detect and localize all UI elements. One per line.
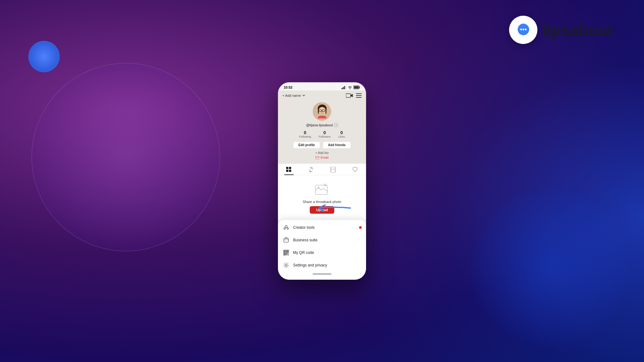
svg-rect-13: [356, 93, 362, 94]
tipsabout-label: tipsabout: [542, 20, 613, 39]
profile-header: + Add name: [282, 93, 362, 98]
signal-icon: [341, 85, 347, 89]
svg-rect-12: [346, 94, 351, 97]
svg-point-46: [285, 264, 287, 266]
bg-right-wave: [361, 0, 644, 362]
stat-likes[interactable]: 0 Likes: [338, 130, 345, 138]
avatar-illustration: [314, 103, 331, 120]
creator-tools-icon: [283, 224, 289, 231]
stat-following[interactable]: 0 Following: [299, 130, 311, 138]
tipsabout-icon: [509, 16, 537, 44]
business-suite-label: Business suite: [293, 238, 317, 242]
chevron-down-icon: [302, 94, 305, 97]
svg-rect-10: [359, 87, 360, 88]
username-text: @tijana.tipsabout: [306, 123, 333, 127]
settings-icon: [283, 262, 289, 268]
username-row: @tijana.tipsabout: [282, 123, 362, 127]
live-icon: [346, 93, 353, 98]
svg-rect-19: [319, 110, 321, 112]
status-icons: [341, 85, 360, 89]
action-buttons: Edit profile Add friends: [282, 141, 362, 149]
svg-point-3: [522, 28, 524, 30]
svg-point-31: [318, 187, 319, 189]
svg-point-34: [287, 228, 289, 229]
tab-repost[interactable]: [300, 164, 322, 175]
svg-rect-42: [286, 253, 287, 254]
qr-code-label: My QR code: [293, 250, 314, 255]
email-label[interactable]: Email: [320, 156, 328, 159]
wifi-icon: [348, 85, 352, 89]
bg-blob-circle: [31, 63, 220, 251]
header-icons: [346, 93, 362, 98]
hamburger-icon[interactable]: [356, 93, 362, 98]
svg-rect-20: [322, 110, 325, 112]
share-icon: [334, 123, 338, 127]
upload-icon-container: [314, 182, 330, 197]
svg-rect-6: [343, 87, 344, 89]
svg-rect-29: [331, 167, 335, 173]
add-name-button[interactable]: + Add name: [282, 94, 305, 97]
menu-item-settings[interactable]: Settings and privacy: [278, 259, 366, 272]
svg-rect-43: [288, 253, 289, 254]
svg-rect-37: [284, 250, 285, 252]
home-indicator: [278, 272, 366, 275]
svg-rect-5: [341, 88, 342, 89]
following-label: Following: [299, 135, 311, 138]
following-count: 0: [304, 130, 306, 135]
creator-tools-label: Creator tools: [293, 225, 315, 230]
heart-icon: [352, 167, 358, 173]
tab-saved[interactable]: [322, 164, 344, 175]
qr-code-icon: [283, 250, 289, 256]
profile-area: + Add name: [278, 90, 366, 164]
email-icon: [315, 156, 319, 159]
avatar[interactable]: [312, 102, 332, 121]
svg-rect-41: [284, 254, 285, 255]
phone-container: 10:52: [278, 82, 366, 280]
svg-rect-14: [356, 95, 362, 96]
add-bio-text[interactable]: + Add bio: [315, 151, 329, 155]
svg-rect-25: [286, 167, 288, 169]
business-suite-icon: [283, 237, 289, 243]
likes-count: 0: [340, 130, 343, 135]
repost-icon: [308, 167, 314, 173]
email-row: Email: [282, 156, 362, 159]
svg-rect-44: [286, 255, 287, 255]
share-throwback-text: Share a throwback photo: [303, 200, 341, 204]
svg-rect-27: [286, 170, 288, 172]
bg-blob-small: [28, 41, 60, 72]
followers-label: Followers: [319, 135, 331, 138]
avatar-container: [282, 102, 362, 121]
svg-rect-26: [289, 167, 291, 169]
svg-rect-39: [287, 250, 288, 252]
svg-rect-8: [345, 85, 346, 89]
status-time: 10:52: [284, 85, 292, 89]
bookmark-icon: [330, 167, 336, 173]
tab-grid[interactable]: [278, 164, 300, 175]
menu-item-qr-code[interactable]: My QR code: [278, 246, 366, 259]
edit-profile-button[interactable]: Edit profile: [293, 141, 320, 149]
upload-button[interactable]: Upload: [310, 206, 334, 214]
notification-dot: [359, 226, 362, 229]
add-bio-row: + Add bio: [282, 151, 362, 155]
svg-rect-15: [356, 97, 362, 98]
tabs-row: [278, 164, 366, 175]
logo-svg: [515, 21, 532, 39]
svg-rect-11: [354, 86, 359, 89]
add-friends-button[interactable]: Add friends: [323, 141, 351, 149]
svg-point-22: [321, 112, 323, 112]
menu-item-business-suite[interactable]: Business suite: [278, 234, 366, 246]
stats-row: 0 Following 0 Followers 0 Likes: [282, 130, 362, 138]
likes-label: Likes: [338, 135, 345, 138]
svg-rect-35: [284, 239, 289, 242]
menu-item-creator-tools[interactable]: Creator tools: [278, 221, 366, 234]
throwback-photo-icon: [315, 183, 329, 196]
svg-rect-28: [289, 170, 291, 172]
status-bar: 10:52: [278, 82, 366, 90]
svg-point-33: [284, 228, 286, 229]
stat-followers[interactable]: 0 Followers: [319, 130, 331, 138]
content-area: Share a throwback photo Upload: [278, 175, 366, 220]
add-name-label: + Add name: [282, 94, 301, 97]
svg-point-4: [525, 28, 527, 30]
tab-liked[interactable]: [344, 164, 366, 175]
home-bar: [313, 273, 331, 275]
